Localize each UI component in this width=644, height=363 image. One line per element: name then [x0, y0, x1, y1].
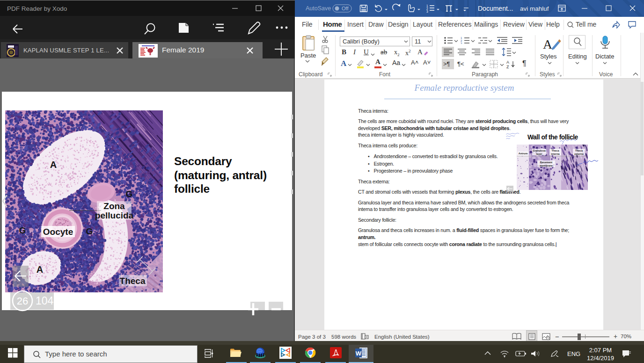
svg-text:A: A [506, 60, 509, 65]
svg-text:Granulosa: Granulosa [533, 149, 546, 152]
svg-text:AutoSave: AutoSave [306, 5, 331, 12]
svg-text:layer: layer [536, 152, 543, 155]
svg-text:pellucida: pellucida [95, 211, 134, 220]
svg-text:G: G [86, 226, 93, 236]
svg-text:A: A [543, 37, 553, 51]
svg-text:Z: Z [506, 65, 509, 68]
svg-text:Theca: Theca [575, 149, 583, 152]
svg-text:Zona: Zona [103, 201, 125, 211]
svg-text:3: 3 [461, 42, 462, 44]
svg-text:3: 3 [426, 10, 428, 13]
svg-text:avi mahluf: avi mahluf [520, 5, 549, 12]
svg-text:A: A [37, 264, 43, 275]
svg-text:interna: interna [551, 152, 560, 155]
svg-text:Antrum: Antrum [519, 152, 528, 155]
svg-text:Theca: Theca [552, 149, 560, 152]
svg-text:Theca: Theca [120, 276, 146, 286]
svg-text:Basement: Basement [540, 161, 552, 164]
svg-text:externa: externa [574, 152, 584, 155]
svg-text:26: 26 [17, 295, 28, 307]
svg-text:G: G [19, 225, 26, 235]
svg-text:W: W [356, 350, 362, 357]
svg-text:Document...: Document... [478, 5, 513, 12]
svg-text:membrane: membrane [540, 164, 553, 167]
svg-text:G: G [126, 189, 133, 199]
svg-text:A: A [50, 160, 57, 170]
svg-text:Off: Off [342, 6, 349, 11]
svg-text:Oocyte: Oocyte [43, 227, 73, 237]
